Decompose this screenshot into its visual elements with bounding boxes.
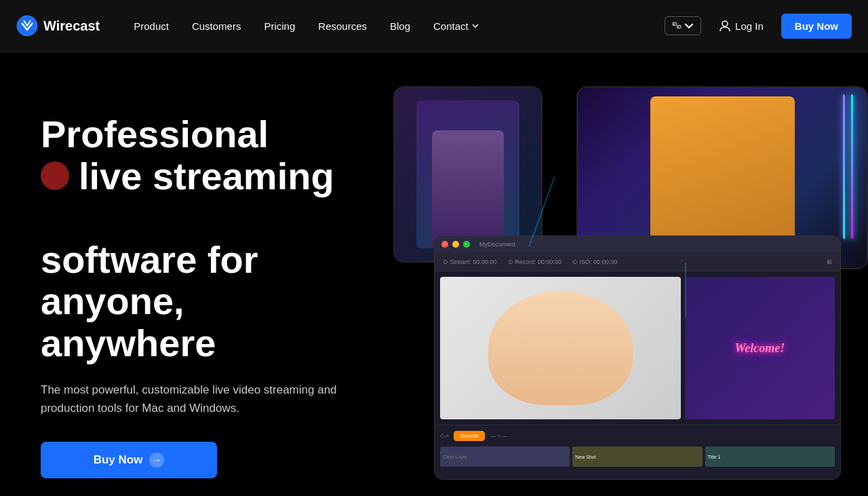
sw-preview: Welcome! bbox=[435, 271, 840, 425]
nav-right: A Z Log In Buy Now bbox=[665, 14, 852, 39]
logo-text: Wirecast bbox=[43, 18, 100, 34]
sw-timeline: Clear Layer New Shot Title 1 bbox=[440, 446, 835, 476]
translate-icon: A Z bbox=[672, 21, 682, 31]
nav-product[interactable]: Product bbox=[124, 15, 178, 37]
hero-subtitle: The most powerful, customizable live vid… bbox=[41, 381, 366, 417]
buy-arrow-icon: → bbox=[149, 453, 164, 468]
user-icon bbox=[719, 20, 731, 32]
connector-line-2 bbox=[685, 263, 686, 317]
nav-links: Product Customers Pricing Resources Blog… bbox=[124, 15, 665, 37]
sw-body: Welcome! bbox=[435, 271, 840, 425]
nav-resources[interactable]: Resources bbox=[309, 15, 376, 37]
sw-overlay-video: Welcome! bbox=[685, 277, 835, 419]
sw-main-video bbox=[440, 277, 681, 419]
login-button[interactable]: Log In bbox=[709, 14, 773, 37]
sw-titlebar: MyDocument bbox=[435, 236, 840, 252]
svg-point-5 bbox=[722, 21, 728, 26]
chevron-down-icon bbox=[471, 22, 479, 30]
hero-images: MyDocument ⊙ Stream: 00:00:00 ⊙ Record: … bbox=[393, 86, 868, 496]
navbar: Wirecast Product Customers Pricing Resou… bbox=[0, 0, 868, 52]
hero-section: Professional live streaming software for… bbox=[0, 52, 868, 496]
wirecast-logo-icon bbox=[16, 15, 38, 37]
svg-text:Z: Z bbox=[678, 26, 679, 28]
language-selector[interactable]: A Z bbox=[665, 16, 701, 35]
nav-pricing[interactable]: Pricing bbox=[254, 15, 304, 37]
software-image: MyDocument ⊙ Stream: 00:00:00 ⊙ Record: … bbox=[434, 235, 841, 480]
sw-controls-bar: Cut Smooth — ○ — Clear Layer New Shot Ti… bbox=[435, 425, 840, 479]
lang-chevron-icon bbox=[684, 21, 694, 31]
nav-customers[interactable]: Customers bbox=[182, 15, 251, 37]
nav-blog[interactable]: Blog bbox=[380, 15, 420, 37]
hero-buy-button[interactable]: Buy Now → bbox=[41, 442, 217, 478]
logo-link[interactable]: Wirecast bbox=[16, 15, 100, 37]
nav-contact[interactable]: Contact bbox=[424, 15, 489, 37]
sw-toolbar: ⊙ Stream: 00:00:00 ⊙ Record: 00:00:00 ⊙ … bbox=[435, 252, 840, 271]
hero-title: Professional live streaming software for… bbox=[41, 113, 407, 364]
record-dot-icon bbox=[41, 161, 69, 190]
nav-buy-button[interactable]: Buy Now bbox=[781, 14, 852, 39]
hero-content: Professional live streaming software for… bbox=[41, 107, 407, 496]
